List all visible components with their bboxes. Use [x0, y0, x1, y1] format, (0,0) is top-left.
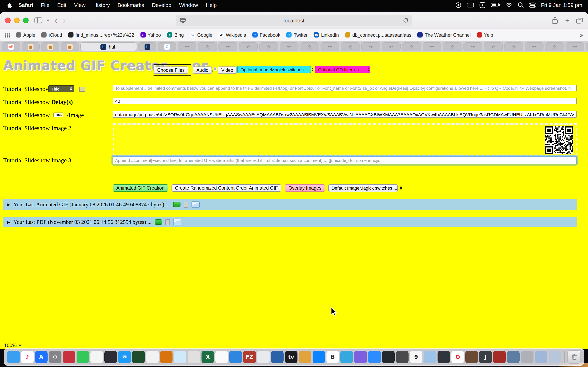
browser-tab[interactable]: G	[158, 42, 176, 51]
dock-app-icon[interactable]	[535, 350, 547, 363]
forward-button[interactable]: ›	[62, 16, 67, 25]
menubar-menu-item[interactable]: Safari	[18, 2, 33, 8]
favorite-tab[interactable]: ☆	[198, 42, 217, 51]
audio-button[interactable]: Audio	[193, 67, 212, 74]
favorite-tab[interactable]: ☆	[525, 42, 544, 51]
dock-app-icon[interactable]	[424, 350, 436, 363]
dock-app-icon[interactable]: tv	[285, 350, 297, 363]
dock-app-icon[interactable]	[299, 350, 311, 363]
dock-app-icon[interactable]	[507, 350, 520, 363]
dock-app-icon[interactable]: ⚙	[49, 350, 61, 363]
favorite-tab[interactable]: ☆	[586, 42, 588, 51]
control-center-icon[interactable]	[529, 2, 536, 8]
favorites-bar-item[interactable]: t Twitter	[286, 32, 308, 38]
active-tab[interactable]: L huh	[80, 42, 137, 51]
browser-tab[interactable]: cP	[2, 42, 20, 51]
animated-gif-creation-button[interactable]: Animated GIF Creation	[113, 184, 168, 192]
dock-app-icon[interactable]	[549, 350, 561, 363]
dock-app-icon[interactable]	[340, 350, 353, 363]
watermark-comment-input[interactable]	[113, 156, 577, 164]
status-badge-icon[interactable]	[455, 2, 461, 8]
favorite-tab[interactable]: ☆	[300, 42, 319, 51]
favorite-tab[interactable]: ☆	[463, 42, 482, 51]
battery-icon[interactable]	[491, 2, 500, 7]
sidebar-chevron-icon[interactable]	[47, 19, 50, 21]
dock-app-icon[interactable]	[271, 350, 284, 363]
dock-app-icon[interactable]	[257, 350, 270, 363]
menubar-menu-item[interactable]: File	[41, 2, 49, 8]
dock-app-icon[interactable]	[215, 350, 228, 363]
dock-app-icon[interactable]	[7, 350, 20, 363]
favorite-tab[interactable]: ☆	[341, 42, 360, 51]
favorite-tab[interactable]: ☆	[484, 42, 503, 51]
overlay-images-button[interactable]: Overlay Images	[285, 184, 325, 192]
favorite-tab[interactable]: ☆	[218, 42, 237, 51]
dock-app-icon[interactable]	[146, 350, 159, 363]
menubar-menu-item[interactable]: Bookmarks	[118, 2, 144, 8]
dock-app-icon[interactable]	[438, 350, 450, 363]
favorites-bar-item[interactable]: Apple	[16, 32, 35, 38]
dock-app-icon[interactable]	[77, 350, 89, 363]
favorite-tab[interactable]: ☆	[423, 42, 441, 51]
browser-tab[interactable]: ▣	[22, 42, 40, 51]
dock-app-icon[interactable]	[368, 350, 381, 363]
video-button[interactable]: Video	[218, 67, 237, 74]
favorites-bar-item[interactable]: f Facebook	[252, 32, 280, 38]
gif-preview-icon[interactable]	[155, 219, 162, 225]
favorite-tab[interactable]: ☆	[566, 42, 584, 51]
zoom-window-button[interactable]	[23, 17, 29, 23]
accordion-bar[interactable]: ▶ Your Last Animated GIF (January 08 202…	[3, 200, 577, 210]
title-config-input[interactable]	[113, 85, 577, 91]
favorite-tab[interactable]: ☆	[361, 42, 380, 51]
new-tab-button[interactable]: +	[565, 17, 569, 24]
favorites-bar-item[interactable]: find_minus....rep+%22s%22	[68, 32, 134, 38]
tab-overview-icon[interactable]	[576, 17, 583, 24]
dock-app-icon[interactable]	[160, 350, 173, 363]
spotlight-icon[interactable]	[518, 2, 524, 8]
menubar-menu-item[interactable]: Edit	[57, 2, 66, 8]
menubar-menu-item[interactable]: History	[93, 2, 110, 8]
page-format-icon[interactable]	[180, 18, 186, 23]
title-select[interactable]: Title	[48, 85, 74, 92]
playback-icon[interactable]	[479, 2, 485, 8]
browser-tab[interactable]: ▣	[61, 42, 79, 51]
dock-app-icon[interactable]: A	[35, 350, 48, 363]
favorite-tab[interactable]: ☆	[239, 42, 258, 51]
favorite-tab[interactable]: ☆	[545, 42, 564, 51]
dock-app-icon[interactable]	[354, 350, 367, 363]
favorite-tab[interactable]: ☆	[320, 42, 339, 51]
dock-app-icon[interactable]: X	[201, 350, 214, 363]
reload-icon[interactable]	[403, 17, 408, 23]
close-window-button[interactable]	[5, 17, 11, 23]
small-frame-icon[interactable]	[183, 202, 188, 207]
dock-app-icon[interactable]	[396, 350, 408, 363]
picture-thumbnail-icon[interactable]	[191, 201, 199, 208]
dock-app-icon[interactable]: ✉	[118, 350, 131, 363]
dock-app-icon[interactable]	[465, 350, 478, 363]
favorites-bar-item[interactable]: Y! Yahoo	[140, 32, 161, 38]
sidebar-toggle-icon[interactable]	[34, 17, 43, 24]
dock-app-icon[interactable]: O	[451, 350, 464, 363]
favorite-tab[interactable]: ☆	[259, 42, 278, 51]
dock-app-icon[interactable]	[312, 350, 325, 363]
favorite-tab[interactable]: ☆	[504, 42, 523, 51]
favorites-overflow-chevron[interactable]: »	[580, 32, 583, 38]
dock-app-icon[interactable]	[132, 350, 145, 363]
dock-app-icon[interactable]	[493, 350, 506, 363]
wifi-icon[interactable]	[506, 2, 512, 8]
favorites-bar-item[interactable]: G Google	[190, 32, 212, 38]
dock-app-icon[interactable]	[229, 350, 242, 363]
title-colour-swatch[interactable]	[79, 87, 85, 92]
favorites-grid-icon[interactable]	[5, 33, 10, 37]
favorite-tab[interactable]: ☆	[178, 42, 196, 51]
dock-app-icon[interactable]: ♪	[21, 350, 34, 363]
dock-app-icon[interactable]	[63, 350, 75, 363]
dock-app-icon[interactable]: J	[479, 350, 492, 363]
gd-filters-select[interactable]: Optional GD filters++ ...	[315, 66, 370, 73]
favorite-tab[interactable]: ☆	[382, 42, 401, 51]
default-imagemagick-select[interactable]: Default ImageMagick switches ...	[328, 184, 398, 192]
menubar-menu-item[interactable]: Window	[179, 2, 198, 8]
keyboard-icon[interactable]	[467, 2, 474, 8]
imagemagick-switches-select[interactable]: Optional ImageMagick switches ...	[237, 66, 311, 73]
favorites-bar-item[interactable]: W Wikipedia	[218, 32, 246, 38]
